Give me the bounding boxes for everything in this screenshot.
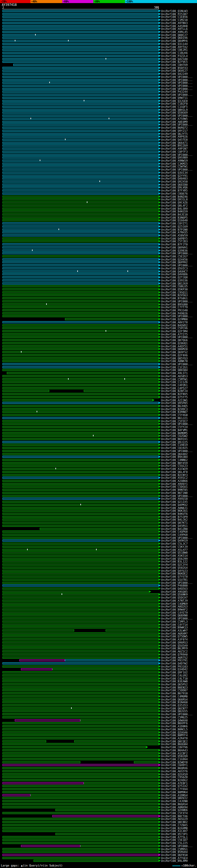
alignment-row[interactable]: UniRef100_UPI000... (0, 168, 197, 171)
hit-label[interactable]: UniRef100_B6K3U1 (161, 509, 188, 513)
hit-label[interactable]: UniRef100_Q5U5A9 (161, 644, 188, 647)
hit-label[interactable]: UniRef100_Q2H0K6 (161, 809, 188, 812)
hit-label[interactable]: UniRef100_A6Z1C2 (161, 650, 188, 653)
alignment-row[interactable]: UniRef100_Q4PM32 (0, 503, 197, 506)
hit-label[interactable]: UniRef100_C1I1Z6 (161, 380, 188, 384)
alignment-row[interactable]: UniRef100_C0YZ71 (0, 222, 197, 225)
alignment-row[interactable]: UniRef100_P25387 (0, 12, 197, 16)
hit-label[interactable]: UniRef100_C5DD07 (161, 689, 188, 692)
hit-label[interactable]: UniRef100_Q5B2Q9 (161, 755, 188, 758)
hit-label[interactable]: UniRef100_A8NX94 (161, 806, 188, 809)
hit-label[interactable]: UniRef100_A6R7S2 (161, 656, 188, 659)
alignment-row[interactable]: UniRef100_UPI000... (0, 153, 197, 156)
hit-label[interactable]: UniRef100_A1D8K6 (161, 725, 188, 728)
hit-label[interactable]: UniRef100_B3L122 (161, 560, 188, 563)
hit-label[interactable]: UniRef100_B6KDE2 (161, 572, 188, 575)
hit-label[interactable]: UniRef100_C1H819 (161, 443, 188, 446)
hit-label[interactable]: UniRef100_B6QGB4 (161, 743, 188, 746)
alignment-row[interactable]: UniRef100_Q65PS2 (0, 683, 197, 686)
hit-label[interactable]: UniRef100_C0P7F3 (161, 150, 188, 153)
alignment-row[interactable]: UniRef100_B9W4F2 (0, 608, 197, 611)
alignment-row[interactable]: UniRef100_A2QB66 (0, 479, 197, 483)
hit-label[interactable]: UniRef100_C5FEE7 (161, 420, 188, 423)
hit-label[interactable]: UniRef100_C0Q676 (161, 192, 188, 195)
alignment-row[interactable]: UniRef100_A1CBF2 (0, 752, 197, 755)
hit-label[interactable]: UniRef100_C9S6Z8 (161, 776, 188, 779)
hit-label[interactable]: UniRef100_A2QB66 (161, 479, 188, 483)
alignment-row[interactable]: UniRef100_A4S9H8 (0, 25, 197, 28)
alignment-row[interactable]: UniRef100_Q7R9A0 (0, 653, 197, 656)
hit-label[interactable]: UniRef100_Q56NK9 (161, 593, 188, 596)
hit-label[interactable]: UniRef100_B7G0G1 (161, 297, 188, 300)
hit-label[interactable]: UniRef100_A8Q2G3 (161, 605, 188, 608)
alignment-row[interactable]: UniRef100_A7T275 (0, 333, 197, 336)
alignment-row[interactable]: UniRef100_UPI000... (0, 252, 197, 255)
hit-label[interactable]: UniRef100_Q96RS3 (161, 641, 188, 644)
hit-label[interactable]: UniRef100_B3EAW0 (161, 680, 188, 683)
hit-label[interactable]: UniRef100_A9NW19 (161, 159, 188, 162)
hit-label[interactable]: UniRef100_A3LWH7 (161, 629, 188, 632)
alignment-row[interactable]: UniRef100_Q95P05 (0, 402, 197, 405)
hit-label[interactable]: UniRef100_B4KUT6 (161, 513, 188, 516)
hit-label[interactable]: UniRef100_C01925 (161, 446, 188, 450)
hit-label[interactable]: UniRef100_A8N8J1 (161, 506, 188, 509)
hit-label[interactable]: UniRef100_A7RH35 (161, 231, 188, 234)
hit-label[interactable]: UniRef100_Q84MY6 (161, 39, 188, 42)
alignment-row[interactable]: UniRef100_B67910 (0, 692, 197, 695)
alignment-row[interactable]: UniRef100_Q45TE8 (0, 138, 197, 141)
alignment-row[interactable]: UniRef100_C5DD07 (0, 689, 197, 692)
hit-label[interactable]: UniRef100_Q6VE27 (161, 69, 188, 72)
hit-label[interactable]: UniRef100_C5DGU1 (161, 485, 188, 488)
hit-label[interactable]: UniRef100_B6T1N8 (161, 491, 188, 495)
alignment-row[interactable]: UniRef100_B7P1N8 (0, 228, 197, 231)
hit-label[interactable]: UniRef100_UPI000... (161, 363, 193, 366)
alignment-row[interactable]: UniRef100_A1C4H7 (0, 830, 197, 833)
alignment-row[interactable]: UniRef100_Q31144 (0, 42, 197, 45)
alignment-row[interactable]: UniRef100_Q51BW0 (0, 551, 197, 554)
alignment-row[interactable]: UniRef100_B4NZ46 (0, 195, 197, 198)
hit-label[interactable]: UniRef100_C1M210 (161, 19, 188, 22)
hit-label[interactable]: UniRef100_UPI000... (161, 168, 193, 171)
hit-label[interactable]: UniRef100_B753P9 (161, 516, 188, 519)
hit-label[interactable]: UniRef100_C4YET9 (161, 611, 188, 614)
hit-label[interactable]: UniRef100_B6QRX6 (161, 767, 188, 770)
hit-label[interactable]: UniRef100_B61J21 (161, 416, 188, 420)
alignment-row[interactable]: UniRef100_B2FBV5 (0, 393, 197, 396)
hit-label[interactable]: UniRef100_B9W4F2 (161, 608, 188, 611)
hit-label[interactable]: UniRef100_B3RN07 (161, 410, 188, 413)
alignment-row[interactable]: UniRef100_B3N6P5 (0, 216, 197, 219)
alignment-row[interactable]: UniRef100_Q3UI34 (0, 171, 197, 174)
hit-label[interactable]: UniRef100_Q2GXS9 (161, 773, 188, 776)
hit-label[interactable]: UniRef100_C4LU92 (161, 674, 188, 677)
alignment-row[interactable]: UniRef100_C9SQ11 (0, 291, 197, 294)
hit-label[interactable]: UniRef100_P49026 (161, 312, 188, 315)
hit-label[interactable]: UniRef100_A5LH77 (161, 548, 188, 552)
hit-label[interactable]: UniRef100_Q2UGA6 (161, 731, 188, 734)
hit-label[interactable]: UniRef100_B2VDC3 (161, 408, 188, 411)
hit-label[interactable]: UniRef100_Q4Z340 (161, 58, 188, 61)
alignment-row[interactable]: UniRef100_B1N460 (0, 701, 197, 704)
alignment-row[interactable]: UniRef100_A9P926 (0, 135, 197, 138)
alignment-row[interactable]: UniRef100_Q34D42 (0, 668, 197, 671)
alignment-row[interactable]: UniRef100_C5FXT4 (0, 812, 197, 815)
hit-label[interactable]: UniRef100_B8M9K4 (161, 791, 188, 794)
hit-label[interactable]: UniRef100_Q4V6D6 (161, 273, 188, 276)
alignment-row[interactable]: UniRef100_C5WTW1 (0, 165, 197, 168)
alignment-row[interactable]: UniRef100_P93340 (0, 309, 197, 312)
alignment-row[interactable]: UniRef100_Q56NK9 (0, 593, 197, 596)
alignment-row[interactable]: UniRef100_A0V1T8 (0, 321, 197, 324)
alignment-row[interactable]: UniRef100_Q20UQ1 (0, 342, 197, 345)
alignment-row[interactable]: UniRef100_Q1U7B1 (0, 578, 197, 581)
hit-label[interactable]: UniRef100_Q0CQE2 (161, 740, 188, 743)
alignment-row[interactable]: UniRef100_C5MTW1 (0, 378, 197, 381)
hit-label[interactable]: UniRef100_B0CTA6 (161, 815, 188, 818)
hit-label[interactable]: UniRef100_Q6JYT5 (161, 132, 188, 135)
alignment-row[interactable]: UniRef100_P43244 (0, 90, 197, 93)
alignment-row[interactable]: UniRef100_Q5U5A9 (0, 644, 197, 647)
alignment-row[interactable]: UniRef100_Q2YY91 (0, 174, 197, 177)
hit-label[interactable]: UniRef100_Q3JGE0 (161, 99, 188, 102)
hit-label[interactable]: UniRef100_Q40403 (161, 177, 188, 180)
hit-label[interactable]: UniRef100_UPI000... (161, 845, 193, 848)
hit-label[interactable]: UniRef100_C5TJD3 (161, 240, 188, 243)
alignment-row[interactable]: UniRef100_Q013G9 (0, 282, 197, 285)
